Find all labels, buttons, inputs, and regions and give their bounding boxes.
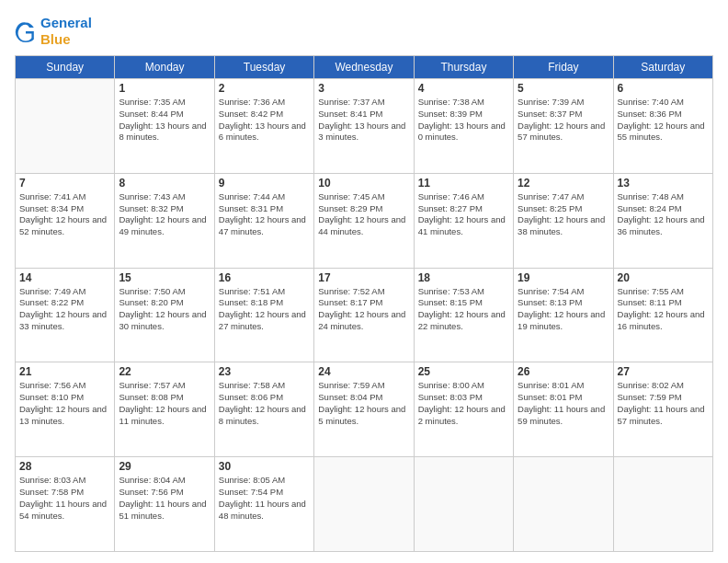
day-number: 30: [219, 460, 310, 473]
calendar-week-row: 14Sunrise: 7:49 AM Sunset: 8:22 PM Dayli…: [16, 268, 713, 362]
calendar-cell: 27Sunrise: 8:02 AM Sunset: 7:59 PM Dayli…: [613, 362, 712, 457]
day-info: Sunrise: 7:43 AM Sunset: 8:32 PM Dayligh…: [119, 191, 210, 238]
weekday-header: Tuesday: [214, 56, 313, 79]
day-number: 11: [418, 177, 509, 190]
day-info: Sunrise: 7:52 AM Sunset: 8:17 PM Dayligh…: [318, 286, 409, 333]
day-number: 6: [618, 82, 709, 95]
day-info: Sunrise: 7:47 AM Sunset: 8:25 PM Dayligh…: [518, 191, 609, 238]
calendar-cell: 30Sunrise: 8:05 AM Sunset: 7:54 PM Dayli…: [214, 457, 313, 552]
day-number: 5: [518, 82, 609, 95]
day-info: Sunrise: 7:53 AM Sunset: 8:15 PM Dayligh…: [418, 286, 509, 333]
day-number: 2: [219, 82, 310, 95]
calendar-cell: [613, 457, 712, 552]
day-info: Sunrise: 7:51 AM Sunset: 8:18 PM Dayligh…: [219, 286, 310, 333]
calendar-cell: [16, 79, 115, 174]
calendar-cell: 5Sunrise: 7:39 AM Sunset: 8:37 PM Daylig…: [514, 79, 613, 174]
calendar-cell: 16Sunrise: 7:51 AM Sunset: 8:18 PM Dayli…: [214, 268, 313, 362]
calendar-cell: 19Sunrise: 7:54 AM Sunset: 8:13 PM Dayli…: [514, 268, 613, 362]
calendar-cell: [314, 457, 414, 552]
day-number: 13: [618, 177, 709, 190]
day-number: 4: [418, 82, 509, 95]
day-info: Sunrise: 7:57 AM Sunset: 8:08 PM Dayligh…: [119, 380, 210, 427]
calendar-cell: 24Sunrise: 7:59 AM Sunset: 8:04 PM Dayli…: [314, 362, 414, 457]
day-number: 25: [418, 365, 509, 378]
logo-line1: General: [40, 15, 92, 31]
calendar-cell: 12Sunrise: 7:47 AM Sunset: 8:25 PM Dayli…: [514, 173, 613, 268]
day-number: 20: [618, 271, 709, 284]
day-info: Sunrise: 7:56 AM Sunset: 8:10 PM Dayligh…: [19, 380, 110, 427]
calendar-cell: 3Sunrise: 7:37 AM Sunset: 8:41 PM Daylig…: [314, 79, 414, 174]
day-number: 19: [518, 271, 609, 284]
calendar-cell: 4Sunrise: 7:38 AM Sunset: 8:39 PM Daylig…: [414, 79, 513, 174]
calendar-cell: 21Sunrise: 7:56 AM Sunset: 8:10 PM Dayli…: [16, 362, 115, 457]
logo-line2: Blue: [40, 31, 92, 48]
logo-icon: [15, 20, 37, 42]
day-info: Sunrise: 7:36 AM Sunset: 8:42 PM Dayligh…: [219, 97, 310, 144]
weekday-header: Saturday: [613, 56, 712, 79]
calendar-week-row: 28Sunrise: 8:03 AM Sunset: 7:58 PM Dayli…: [16, 457, 713, 552]
day-info: Sunrise: 7:58 AM Sunset: 8:06 PM Dayligh…: [219, 380, 310, 427]
day-info: Sunrise: 8:05 AM Sunset: 7:54 PM Dayligh…: [219, 475, 310, 522]
day-number: 22: [119, 365, 210, 378]
day-number: 16: [219, 271, 310, 284]
day-number: 28: [19, 460, 110, 473]
logo-text: General Blue: [40, 15, 92, 48]
day-number: 3: [318, 82, 409, 95]
day-number: 18: [418, 271, 509, 284]
day-number: 12: [518, 177, 609, 190]
calendar-cell: 28Sunrise: 8:03 AM Sunset: 7:58 PM Dayli…: [16, 457, 115, 552]
header: General Blue: [15, 15, 713, 48]
calendar-cell: 15Sunrise: 7:50 AM Sunset: 8:20 PM Dayli…: [115, 268, 214, 362]
day-number: 8: [119, 177, 210, 190]
day-info: Sunrise: 8:01 AM Sunset: 8:01 PM Dayligh…: [518, 380, 609, 427]
calendar-cell: 6Sunrise: 7:40 AM Sunset: 8:36 PM Daylig…: [613, 79, 712, 174]
day-info: Sunrise: 7:48 AM Sunset: 8:24 PM Dayligh…: [618, 191, 709, 238]
day-info: Sunrise: 8:04 AM Sunset: 7:56 PM Dayligh…: [119, 475, 210, 522]
calendar-cell: [414, 457, 513, 552]
calendar-cell: 14Sunrise: 7:49 AM Sunset: 8:22 PM Dayli…: [16, 268, 115, 362]
calendar-cell: 9Sunrise: 7:44 AM Sunset: 8:31 PM Daylig…: [214, 173, 313, 268]
calendar-cell: 20Sunrise: 7:55 AM Sunset: 8:11 PM Dayli…: [613, 268, 712, 362]
day-number: 21: [19, 365, 110, 378]
day-info: Sunrise: 7:46 AM Sunset: 8:27 PM Dayligh…: [418, 191, 509, 238]
calendar-cell: 29Sunrise: 8:04 AM Sunset: 7:56 PM Dayli…: [115, 457, 214, 552]
day-info: Sunrise: 8:00 AM Sunset: 8:03 PM Dayligh…: [418, 380, 509, 427]
weekday-header: Monday: [115, 56, 214, 79]
calendar-cell: 23Sunrise: 7:58 AM Sunset: 8:06 PM Dayli…: [214, 362, 313, 457]
day-info: Sunrise: 7:59 AM Sunset: 8:04 PM Dayligh…: [318, 380, 409, 427]
day-number: 29: [119, 460, 210, 473]
day-info: Sunrise: 7:38 AM Sunset: 8:39 PM Dayligh…: [418, 97, 509, 144]
day-info: Sunrise: 7:35 AM Sunset: 8:44 PM Dayligh…: [119, 97, 210, 144]
logo: General Blue: [15, 15, 92, 48]
day-info: Sunrise: 7:40 AM Sunset: 8:36 PM Dayligh…: [618, 97, 709, 144]
day-number: 23: [219, 365, 310, 378]
day-number: 27: [618, 365, 709, 378]
day-info: Sunrise: 7:37 AM Sunset: 8:41 PM Dayligh…: [318, 97, 409, 144]
page: General Blue SundayMondayTuesdayWednesda…: [0, 0, 728, 563]
calendar-cell: 11Sunrise: 7:46 AM Sunset: 8:27 PM Dayli…: [414, 173, 513, 268]
weekday-header: Wednesday: [314, 56, 414, 79]
day-number: 7: [19, 177, 110, 190]
day-info: Sunrise: 7:49 AM Sunset: 8:22 PM Dayligh…: [19, 286, 110, 333]
calendar-week-row: 7Sunrise: 7:41 AM Sunset: 8:34 PM Daylig…: [16, 173, 713, 268]
calendar-cell: 18Sunrise: 7:53 AM Sunset: 8:15 PM Dayli…: [414, 268, 513, 362]
day-number: 17: [318, 271, 409, 284]
day-info: Sunrise: 7:41 AM Sunset: 8:34 PM Dayligh…: [19, 191, 110, 238]
day-number: 9: [219, 177, 310, 190]
day-number: 1: [119, 82, 210, 95]
calendar-cell: 2Sunrise: 7:36 AM Sunset: 8:42 PM Daylig…: [214, 79, 313, 174]
day-info: Sunrise: 7:50 AM Sunset: 8:20 PM Dayligh…: [119, 286, 210, 333]
day-number: 26: [518, 365, 609, 378]
weekday-header: Sunday: [16, 56, 115, 79]
day-number: 24: [318, 365, 409, 378]
calendar-cell: 26Sunrise: 8:01 AM Sunset: 8:01 PM Dayli…: [514, 362, 613, 457]
weekday-header: Thursday: [414, 56, 513, 79]
day-info: Sunrise: 8:02 AM Sunset: 7:59 PM Dayligh…: [618, 380, 709, 427]
day-number: 14: [19, 271, 110, 284]
calendar-cell: 7Sunrise: 7:41 AM Sunset: 8:34 PM Daylig…: [16, 173, 115, 268]
day-number: 15: [119, 271, 210, 284]
day-info: Sunrise: 7:39 AM Sunset: 8:37 PM Dayligh…: [518, 97, 609, 144]
calendar-table: SundayMondayTuesdayWednesdayThursdayFrid…: [15, 55, 713, 552]
calendar-week-row: 1Sunrise: 7:35 AM Sunset: 8:44 PM Daylig…: [16, 79, 713, 174]
calendar-cell: 22Sunrise: 7:57 AM Sunset: 8:08 PM Dayli…: [115, 362, 214, 457]
